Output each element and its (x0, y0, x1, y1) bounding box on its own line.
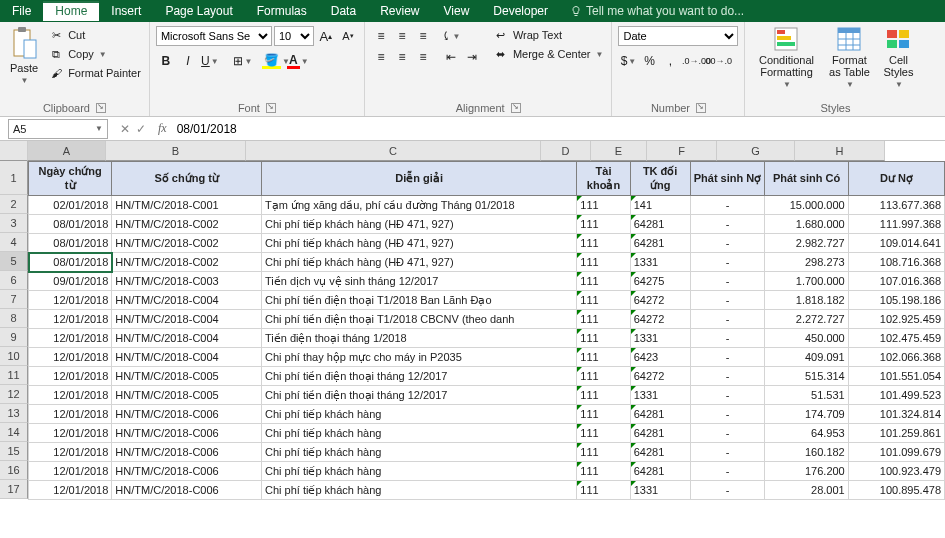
cell[interactable]: - (690, 405, 765, 424)
table-row[interactable]: 12/01/2018HN/TM/C/2018-C004Chi phí thay … (29, 348, 945, 367)
cell[interactable]: HN/TM/C/2018-C003 (112, 272, 262, 291)
cell[interactable]: 64275 (630, 272, 690, 291)
cell[interactable]: - (690, 196, 765, 215)
cell[interactable]: 107.016.368 (848, 272, 944, 291)
cell[interactable]: 1331 (630, 481, 690, 500)
cell[interactable]: - (690, 272, 765, 291)
formula-input[interactable] (173, 122, 945, 136)
number-format-select[interactable]: Date (618, 26, 738, 46)
cell[interactable]: 111 (577, 329, 630, 348)
tab-home[interactable]: Home (43, 1, 99, 21)
cell[interactable]: 28.001 (765, 481, 848, 500)
row-header-15[interactable]: 15 (0, 442, 28, 461)
cell[interactable]: 12/01/2018 (29, 348, 112, 367)
row-header-8[interactable]: 8 (0, 309, 28, 328)
table-row[interactable]: 12/01/2018HN/TM/C/2018-C006Chi phí tiếp … (29, 443, 945, 462)
cell[interactable]: 409.091 (765, 348, 848, 367)
column-header-A[interactable]: A (28, 141, 106, 161)
cell[interactable]: 12/01/2018 (29, 424, 112, 443)
cell[interactable]: 174.709 (765, 405, 848, 424)
align-top-button[interactable]: ≡ (371, 26, 391, 46)
cell[interactable]: 109.014.641 (848, 234, 944, 253)
tab-file[interactable]: File (0, 1, 43, 21)
font-color-button[interactable]: A▼ (288, 51, 308, 71)
row-header-7[interactable]: 7 (0, 290, 28, 309)
cell[interactable]: 64281 (630, 234, 690, 253)
cell[interactable]: 515.314 (765, 367, 848, 386)
copy-button[interactable]: ⧉Copy▼ (46, 45, 143, 63)
cell[interactable]: HN/TM/C/2018-C005 (112, 367, 262, 386)
cell[interactable]: - (690, 386, 765, 405)
cell[interactable]: 111 (577, 272, 630, 291)
table-header[interactable]: Diễn giải (261, 162, 576, 196)
cell[interactable]: 101.499.523 (848, 386, 944, 405)
cell[interactable]: 100.895.478 (848, 481, 944, 500)
cell[interactable]: 1.818.182 (765, 291, 848, 310)
table-row[interactable]: 12/01/2018HN/TM/C/2018-C004Tiền điện tho… (29, 329, 945, 348)
accounting-format-button[interactable]: $▼ (618, 51, 638, 71)
align-bottom-button[interactable]: ≡ (413, 26, 433, 46)
cell[interactable]: 111 (577, 424, 630, 443)
cell[interactable]: 102.925.459 (848, 310, 944, 329)
cell[interactable]: Chi phí tiền điện thoại T1/2018 Ban Lãnh… (261, 291, 576, 310)
table-row[interactable]: 08/01/2018HN/TM/C/2018-C002Chi phí tiếp … (29, 253, 945, 272)
cell[interactable]: 101.259.861 (848, 424, 944, 443)
row-header-1[interactable]: 1 (0, 161, 28, 195)
wrap-text-button[interactable]: ↩Wrap Text (491, 26, 606, 44)
cell[interactable]: 12/01/2018 (29, 329, 112, 348)
table-header[interactable]: Phát sinh Có (765, 162, 848, 196)
table-row[interactable]: 12/01/2018HN/TM/C/2018-C006Chi phí tiếp … (29, 481, 945, 500)
comma-format-button[interactable]: , (660, 51, 680, 71)
tab-insert[interactable]: Insert (99, 1, 153, 21)
decrease-font-button[interactable]: A▾ (338, 26, 358, 46)
table-header[interactable]: Phát sinh Nợ (690, 162, 765, 196)
row-header-3[interactable]: 3 (0, 214, 28, 233)
align-right-button[interactable]: ≡ (413, 47, 433, 67)
row-header-12[interactable]: 12 (0, 385, 28, 404)
cell[interactable]: 08/01/2018 (29, 253, 112, 272)
border-button[interactable]: ⊞▼ (233, 51, 253, 71)
tab-data[interactable]: Data (319, 1, 368, 21)
increase-font-button[interactable]: A▴ (316, 26, 336, 46)
underline-button[interactable]: U▼ (200, 51, 220, 71)
column-header-C[interactable]: C (246, 141, 541, 161)
column-header-D[interactable]: D (541, 141, 591, 161)
cell[interactable]: HN/TM/C/2018-C002 (112, 253, 262, 272)
cell[interactable]: 12/01/2018 (29, 386, 112, 405)
cell[interactable]: 101.324.814 (848, 405, 944, 424)
cell[interactable]: - (690, 424, 765, 443)
cell[interactable]: - (690, 443, 765, 462)
cell[interactable]: 64272 (630, 310, 690, 329)
cell[interactable]: 113.677.368 (848, 196, 944, 215)
cell[interactable]: 15.000.000 (765, 196, 848, 215)
cell[interactable]: 08/01/2018 (29, 215, 112, 234)
cell[interactable]: 12/01/2018 (29, 310, 112, 329)
cell[interactable]: 1331 (630, 329, 690, 348)
table-row[interactable]: 12/01/2018HN/TM/C/2018-C005Chi phí tiền … (29, 367, 945, 386)
dialog-launcher[interactable] (266, 103, 276, 113)
enter-formula-button[interactable]: ✓ (136, 122, 146, 136)
tell-me-search[interactable]: Tell me what you want to do... (570, 4, 744, 18)
cell[interactable]: 141 (630, 196, 690, 215)
cell[interactable]: 111 (577, 386, 630, 405)
dialog-launcher[interactable] (511, 103, 521, 113)
cell[interactable]: Chi phí tiền điện thoại T1/2018 CBCNV (t… (261, 310, 576, 329)
cell[interactable]: 2.272.727 (765, 310, 848, 329)
column-header-F[interactable]: F (647, 141, 717, 161)
cell[interactable]: 176.200 (765, 462, 848, 481)
cell[interactable]: - (690, 291, 765, 310)
cell[interactable]: 298.273 (765, 253, 848, 272)
table-row[interactable]: 02/01/2018HN/TM/C/2018-C001Tạm ứng xăng … (29, 196, 945, 215)
row-header-2[interactable]: 2 (0, 195, 28, 214)
cell[interactable]: 64281 (630, 405, 690, 424)
tab-review[interactable]: Review (368, 1, 431, 21)
cell[interactable]: 111 (577, 234, 630, 253)
cell[interactable]: 111 (577, 443, 630, 462)
row-header-6[interactable]: 6 (0, 271, 28, 290)
row-header-16[interactable]: 16 (0, 461, 28, 480)
cell[interactable]: HN/TM/C/2018-C004 (112, 348, 262, 367)
cell[interactable]: HN/TM/C/2018-C004 (112, 310, 262, 329)
cell[interactable]: - (690, 234, 765, 253)
cell[interactable]: Chi phí tiếp khách hàng (261, 405, 576, 424)
cell[interactable]: Chi phí tiếp khách hàng (HĐ 471, 927) (261, 253, 576, 272)
